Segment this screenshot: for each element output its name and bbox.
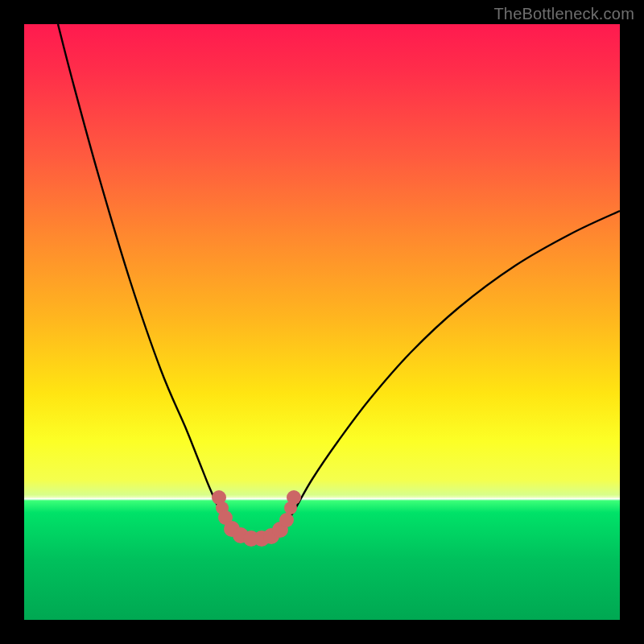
- gradient-plot-area: [24, 24, 620, 620]
- chart-frame: TheBottleneck.com: [0, 0, 644, 644]
- watermark-text: TheBottleneck.com: [493, 5, 634, 23]
